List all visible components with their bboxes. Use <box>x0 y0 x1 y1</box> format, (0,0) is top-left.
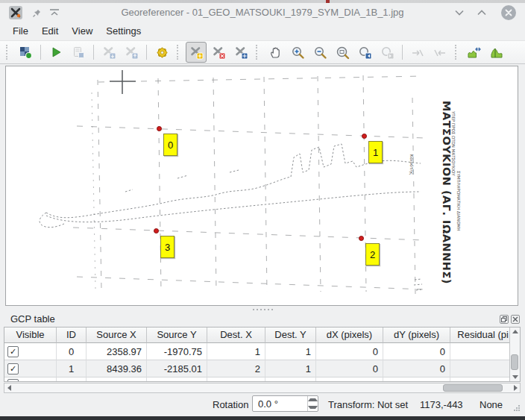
panel-splitter[interactable] <box>0 307 525 312</box>
menu-view[interactable]: View <box>65 23 99 39</box>
toolbar <box>0 40 525 64</box>
cell-dx[interactable]: 0 <box>316 343 383 360</box>
delete-point-button[interactable] <box>208 42 229 63</box>
toolbar-separator <box>93 45 94 60</box>
gcp-label-1[interactable]: 1 <box>368 141 383 163</box>
minimize-button[interactable] <box>452 5 467 20</box>
cell-id[interactable]: 1 <box>57 360 87 377</box>
column-header-visible: Visible <box>4 327 57 343</box>
toolbar-handle[interactable] <box>256 45 260 60</box>
rotation-spinbox[interactable] <box>252 395 318 412</box>
cell-id[interactable]: 0 <box>57 343 87 360</box>
open-raster-button[interactable] <box>15 42 36 63</box>
column-header-dy: dY (pixels) <box>383 327 450 343</box>
table-row-partial <box>4 377 510 382</box>
rotation-input[interactable] <box>253 396 307 411</box>
table-row: ✓ 1 8439.36 -2185.01 2 1 0 0 <box>4 360 510 377</box>
histogram-stretch-local-button[interactable] <box>464 42 485 63</box>
spin-up-button[interactable] <box>308 396 318 404</box>
zoom-last-button[interactable] <box>354 42 375 63</box>
cell-source-y[interactable]: -2185.01 <box>147 360 207 377</box>
georeferencer-window: { "window": { "title": "Georeferencer - … <box>0 0 525 420</box>
zoom-next-button[interactable] <box>377 42 397 63</box>
gcp-marker-2[interactable] <box>359 236 364 241</box>
menu-bar: File Edit View Settings <box>0 21 525 40</box>
column-header-source-y: Source Y <box>147 327 207 343</box>
horizontal-scroll-thumb[interactable] <box>443 384 503 392</box>
window-bottom-border <box>0 416 525 420</box>
gdal-script-button[interactable] <box>68 42 89 63</box>
transformation-settings-button[interactable] <box>151 42 172 63</box>
visible-checkbox[interactable]: ✓ <box>7 363 19 374</box>
cell-residual[interactable] <box>450 343 510 360</box>
maximize-button[interactable] <box>474 5 489 20</box>
cell-residual[interactable] <box>450 360 510 377</box>
cell-visible[interactable]: ✓ <box>4 360 57 377</box>
menu-file[interactable]: File <box>6 23 35 39</box>
vertical-scroll-thumb[interactable] <box>511 354 518 370</box>
link-qgis-to-georeferencer-button[interactable] <box>430 42 450 63</box>
zoom-in-button[interactable] <box>287 42 308 63</box>
zoom-out-button[interactable] <box>309 42 330 63</box>
scroll-right-button[interactable] <box>511 383 520 392</box>
zoom-to-layer-button[interactable] <box>332 42 353 63</box>
triangle-left-icon <box>7 385 11 391</box>
toolbar-handle[interactable] <box>6 45 10 60</box>
map-edge-left <box>92 93 95 289</box>
move-point-button[interactable] <box>230 42 251 63</box>
menu-settings[interactable]: Settings <box>99 23 148 39</box>
visible-checkbox[interactable]: ✓ <box>7 346 19 357</box>
map-scan-subtitle2: ΣΥΜΠΛΗΡΩΜΑΤΙΚΗ ΔΙΑΝΟΜΗ <box>456 171 461 231</box>
triangle-up-icon <box>512 330 518 333</box>
cell-visible[interactable]: ✓ <box>4 343 57 360</box>
scroll-left-button[interactable] <box>4 383 13 392</box>
spin-down-button[interactable] <box>308 404 318 411</box>
menu-edit[interactable]: Edit <box>35 23 65 39</box>
load-gcp-points-button[interactable] <box>98 42 119 63</box>
visible-checkbox[interactable] <box>7 379 19 382</box>
scroll-down-button[interactable] <box>510 373 520 381</box>
table-horizontal-scrollbar[interactable] <box>4 383 521 393</box>
histogram-stretch-full-button[interactable] <box>486 42 507 63</box>
panel-close-button[interactable] <box>511 315 520 324</box>
close-button[interactable] <box>501 5 516 20</box>
column-header-dest-y: Dest. Y <box>265 327 316 343</box>
link-georeferencer-to-qgis-button[interactable] <box>407 42 428 63</box>
toolbar-handle[interactable] <box>177 45 181 60</box>
gcp-marker-3[interactable] <box>154 228 159 233</box>
cell-dx[interactable]: 0 <box>316 360 383 377</box>
table-vertical-scrollbar[interactable] <box>509 327 520 381</box>
resize-grip[interactable] <box>513 404 521 412</box>
gcp-label-2-text: 2 <box>370 249 375 260</box>
cell-source-x[interactable]: 8439.36 <box>87 360 147 377</box>
cell-dy[interactable]: 0 <box>383 343 450 360</box>
cell-dest-y[interactable]: 1 <box>265 360 316 377</box>
gcp-label-3[interactable]: 3 <box>160 236 175 258</box>
start-georeferencing-button[interactable] <box>45 42 66 63</box>
gcp-marker-1[interactable] <box>362 134 367 139</box>
cell-source-y[interactable]: -1970.75 <box>147 343 207 360</box>
cell-visible[interactable] <box>4 377 57 382</box>
cell-dy[interactable]: 0 <box>383 360 450 377</box>
column-header-source-x: Source X <box>87 327 147 343</box>
table-row: ✓ 0 2358.97 -1970.75 1 1 0 0 <box>4 343 510 360</box>
save-gcp-points-button[interactable] <box>121 42 142 63</box>
checkmark-icon: ✓ <box>10 365 16 373</box>
panel-float-button[interactable] <box>500 315 509 324</box>
title-bar: Georeferencer - 01_GEO_MATSOUKI_1979_SYM… <box>0 3 525 22</box>
cell-dest-x[interactable]: 2 <box>207 360 265 377</box>
cell-dest-x[interactable]: 1 <box>207 343 265 360</box>
gcp-label-2[interactable]: 2 <box>365 243 380 266</box>
gcp-label-0[interactable]: 0 <box>163 134 177 156</box>
add-point-button[interactable] <box>186 42 207 63</box>
scroll-up-button[interactable] <box>510 327 520 336</box>
rotation-label: Rotation <box>213 399 248 410</box>
map-canvas[interactable]: ΜΑΤΣΟΥΚΙΟΝ (ΑΓ. ΙΩΑΝΝΗΣ) ΥΠΕΡ ΠΡΟΣ ΩΤΩΝ … <box>5 66 518 306</box>
pan-tool-button[interactable] <box>265 42 286 63</box>
toolbar-handle[interactable] <box>455 45 459 60</box>
gcp-marker-0[interactable] <box>157 126 162 131</box>
triangle-down-icon <box>512 375 518 379</box>
cell-dest-y[interactable]: 1 <box>265 343 316 360</box>
cell-source-x[interactable]: 2358.97 <box>87 343 147 360</box>
scanned-map: ΜΑΤΣΟΥΚΙΟΝ (ΑΓ. ΙΩΑΝΝΗΣ) ΥΠΕΡ ΠΡΟΣ ΩΤΩΝ … <box>6 66 518 305</box>
